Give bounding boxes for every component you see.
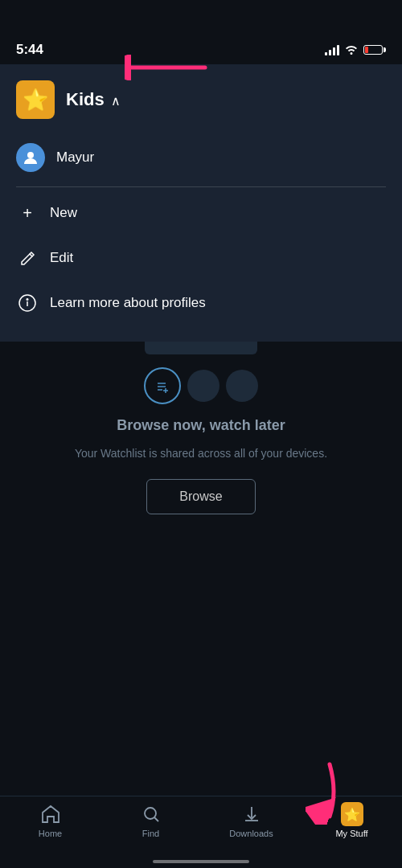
download-icon <box>240 803 263 825</box>
home-indicator <box>153 860 249 863</box>
edit-label: Edit <box>50 250 73 266</box>
svg-point-11 <box>145 808 156 819</box>
downloads-label: Downloads <box>229 829 273 838</box>
battery-body <box>363 45 383 55</box>
battery-tip <box>384 47 386 52</box>
battery-icon <box>363 45 386 55</box>
watchlist-icons <box>144 367 258 404</box>
battery-fill <box>365 47 368 53</box>
svg-point-8 <box>27 299 28 301</box>
status-time: 5:44 <box>16 42 43 58</box>
mayur-avatar-icon <box>23 149 39 166</box>
mystuff-label: My Stuff <box>335 829 367 838</box>
edit-svg <box>18 249 36 267</box>
divider <box>16 186 386 187</box>
home-label: Home <box>39 829 62 838</box>
status-icons <box>325 43 386 57</box>
learn-more-action-item[interactable]: Learn more about profiles <box>0 280 402 326</box>
mystuff-arrow-svg <box>306 760 354 825</box>
pink-arrow-svg <box>125 55 213 80</box>
search-icon <box>140 803 162 825</box>
watchlist-title: Browse now, watch later <box>117 417 285 434</box>
circle-placeholder-2 <box>226 370 258 402</box>
info-svg <box>18 293 37 313</box>
watchlist-subtitle: Your Watchlist is shared across all of y… <box>75 447 327 460</box>
svg-point-5 <box>27 152 34 158</box>
kids-name: Kids <box>66 89 105 110</box>
mayur-profile-item[interactable]: Mayur <box>0 132 402 183</box>
nav-item-find[interactable]: Find <box>100 803 201 838</box>
kids-name-row: Kids ∧ <box>66 89 121 110</box>
mystuff-arrow-indicator <box>306 760 354 828</box>
info-icon <box>16 292 39 314</box>
edit-action-item[interactable]: Edit <box>0 235 402 280</box>
browse-button[interactable]: Browse <box>146 479 255 514</box>
mayur-avatar <box>16 143 45 172</box>
home-svg <box>40 805 61 824</box>
circle-placeholder-1 <box>187 370 219 402</box>
signal-bar-3 <box>333 47 335 55</box>
signal-bar-4 <box>337 45 339 55</box>
signal-bars <box>325 44 339 55</box>
search-svg <box>142 805 161 824</box>
learn-more-label: Learn more about profiles <box>50 295 206 311</box>
wifi-svg <box>344 43 359 55</box>
chevron-up-icon: ∧ <box>111 93 121 108</box>
home-icon <box>39 803 62 825</box>
find-label: Find <box>142 829 159 838</box>
add-list-svg <box>154 378 170 394</box>
new-action-item[interactable]: + New <box>0 190 402 235</box>
signal-bar-2 <box>329 50 331 55</box>
new-icon: + <box>16 202 39 224</box>
kids-arrow-indicator <box>125 55 213 84</box>
add-to-list-icon <box>144 367 181 404</box>
mayur-name: Mayur <box>56 149 94 166</box>
signal-bar-1 <box>325 52 327 55</box>
kids-avatar: ⭐ <box>16 80 55 119</box>
svg-line-12 <box>154 817 158 821</box>
nav-item-home[interactable]: Home <box>0 803 100 838</box>
nav-item-downloads[interactable]: Downloads <box>201 803 302 838</box>
new-label: New <box>50 205 77 221</box>
wifi-icon <box>344 43 359 57</box>
download-svg <box>242 805 261 824</box>
edit-icon <box>16 247 39 269</box>
